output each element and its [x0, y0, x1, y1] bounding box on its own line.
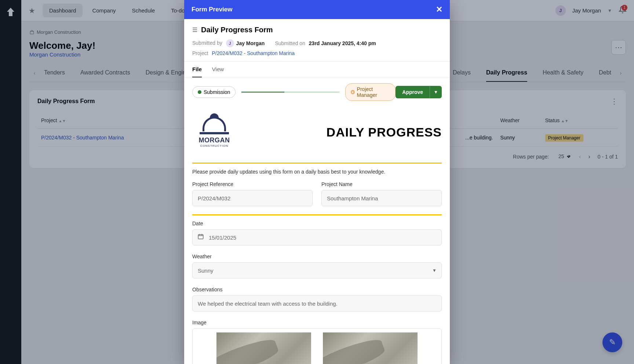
weather-label: Weather	[192, 254, 442, 259]
project-name-field[interactable]	[321, 190, 442, 206]
image-label: Image	[192, 320, 442, 325]
instructions-text: Please provide daily updates using this …	[192, 169, 442, 175]
project-label: Project	[192, 50, 208, 56]
stage-pm-chip: ● Project Manager	[345, 83, 396, 101]
image-row	[192, 328, 442, 364]
project-ref-label: Project Reference	[192, 181, 313, 187]
image-thumbnail[interactable]	[216, 332, 311, 364]
submitted-by-label: Submitted by	[192, 40, 222, 46]
date-label: Date	[192, 221, 442, 226]
daily-progress-heading: DAILY PROGRESS	[327, 125, 442, 139]
modal-title: Form Preview	[192, 6, 233, 13]
modal-titlebar: Form Preview ✕	[184, 0, 450, 19]
chevron-down-icon: ▼	[432, 268, 437, 273]
form-title: Daily Progress Form	[201, 26, 273, 34]
project-link[interactable]: P/2024/M032 - Southampton Marina	[212, 50, 295, 56]
modal-body: MORGAN CONSTRUCTION DAILY PROGRESS Pleas…	[184, 107, 450, 364]
weather-select[interactable]	[192, 262, 442, 279]
avatar: J	[226, 39, 234, 47]
project-name-label: Project Name	[321, 181, 442, 187]
morgan-logo: MORGAN CONSTRUCTION	[192, 113, 236, 152]
chevron-down-icon: ▼	[434, 90, 438, 95]
divider	[192, 163, 442, 164]
form-preview-modal: Form Preview ✕ ☰ Daily Progress Form Sub…	[184, 0, 450, 364]
observations-label: Observations	[192, 287, 442, 292]
user-icon: ●	[351, 90, 355, 94]
subtab-view[interactable]: View	[212, 62, 224, 77]
submitted-on-label: Submitted on	[275, 40, 305, 46]
observations-field[interactable]	[192, 295, 442, 312]
hamburger-icon[interactable]: ☰	[192, 26, 197, 33]
submitted-on-value: 23rd January 2025, 4:40 pm	[309, 40, 376, 46]
subtab-file[interactable]: File	[192, 62, 202, 77]
submitted-by-name: Jay Morgan	[236, 40, 265, 46]
approve-button[interactable]: Approve	[396, 86, 430, 98]
approve-dropdown-button[interactable]: ▼	[430, 86, 442, 98]
stage-progress-line	[241, 92, 339, 92]
stage-bar: Submission ● Project Manager Approve ▼	[184, 77, 450, 107]
project-ref-field[interactable]	[192, 190, 313, 206]
svg-rect-1	[198, 234, 203, 239]
divider	[192, 214, 442, 215]
modal-header: ☰ Daily Progress Form Submitted by J Jay…	[184, 19, 450, 62]
stage-submission-chip: Submission	[192, 86, 236, 98]
close-icon[interactable]: ✕	[436, 5, 442, 14]
calendar-icon	[197, 233, 204, 242]
date-field[interactable]	[192, 229, 442, 245]
modal-subtabs: File View	[184, 62, 450, 77]
image-thumbnail[interactable]	[323, 332, 418, 364]
check-circle-icon	[198, 90, 201, 94]
